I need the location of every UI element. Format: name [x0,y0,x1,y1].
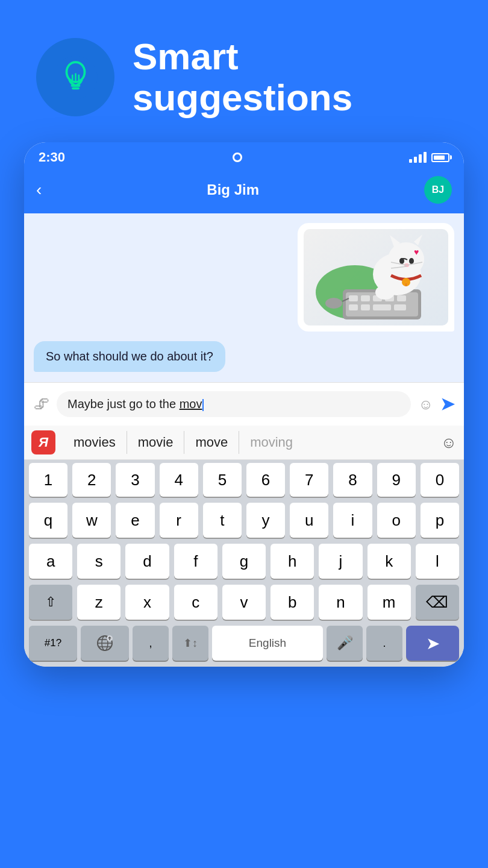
key-z[interactable]: z [77,585,120,620]
key-h[interactable]: h [271,544,314,579]
backspace-key[interactable]: ⌫ [416,585,459,620]
mic-key[interactable]: 🎤 [327,626,363,661]
key-c[interactable]: c [174,585,217,620]
svg-point-34 [375,285,395,300]
svg-rect-14 [397,295,406,301]
input-area: 🖇 Maybe just go to the mov ☺ ➤ [24,382,464,426]
key-l[interactable]: l [416,544,459,579]
qwerty-row: q w e r t y u i o p [24,500,464,541]
svg-rect-10 [349,295,358,301]
key-7[interactable]: 7 [290,463,328,497]
lightbulb-circle [36,38,114,116]
key-1[interactable]: 1 [29,463,67,497]
key-4[interactable]: 4 [160,463,198,497]
status-bar: 2:30 [24,142,464,170]
svg-rect-16 [361,304,370,310]
shift-key[interactable]: ⇧ [29,585,72,620]
status-right [409,152,449,163]
message-text: So what should we do about it? [46,350,213,363]
signal-bars-icon [409,152,427,163]
key-p[interactable]: p [421,503,459,538]
svg-rect-18 [394,304,406,310]
key-x[interactable]: x [125,585,169,620]
sticker-message: ♥ [298,223,454,332]
key-r[interactable]: r [160,503,198,538]
suggestion-movie[interactable]: movie [127,431,185,454]
key-9[interactable]: 9 [377,463,416,497]
number-row: 1 2 3 4 5 6 7 8 9 0 [24,460,464,500]
attach-icon[interactable]: 🖇 [34,395,49,414]
suggestion-movies[interactable]: movies [63,431,127,454]
suggestions-bar: Я movies movie move moving ☺ [24,426,464,460]
enter-key[interactable]: ➤ [406,626,459,661]
status-time: 2:30 [39,149,65,165]
period-key[interactable]: . [366,626,402,661]
chat-header: ‹ Big Jim BJ [24,170,464,213]
key-6[interactable]: 6 [246,463,285,497]
key-a[interactable]: a [29,544,72,579]
svg-rect-15 [349,304,358,310]
yandex-logo: Я [31,430,55,454]
key-q[interactable]: q [29,503,67,538]
header-title: Smart suggestions [133,36,352,118]
key-2[interactable]: 2 [72,463,111,497]
key-i[interactable]: i [333,503,372,538]
zxcv-row: ⇧ z x c v b n m ⌫ [24,582,464,623]
svg-marker-24 [414,234,422,245]
key-o[interactable]: o [377,503,416,538]
back-button[interactable]: ‹ [36,180,42,200]
text-input-container[interactable]: Maybe just go to the mov [57,391,411,417]
key-0[interactable]: 0 [421,463,459,497]
header-area: Smart suggestions [0,0,488,142]
key-3[interactable]: 3 [116,463,154,497]
received-message: So what should we do about it? [34,341,225,372]
key-t[interactable]: t [203,503,242,538]
svg-point-19 [325,298,342,309]
comma-key[interactable]: , [133,626,169,661]
key-e[interactable]: e [116,503,154,538]
smiley-button[interactable]: ☺ [440,433,457,452]
symbols-key[interactable]: #1? [29,626,77,661]
key-k[interactable]: k [368,544,411,579]
globe-key[interactable] [81,626,129,661]
battery-icon [431,153,449,162]
chat-body: ♥ So what should we do ab [24,213,464,382]
key-v[interactable]: v [222,585,266,620]
key-u[interactable]: u [290,503,328,538]
key-5[interactable]: 5 [203,463,242,497]
key-s[interactable]: s [77,544,120,579]
key-8[interactable]: 8 [333,463,372,497]
asdf-row: a s d f g h j k l [24,541,464,582]
svg-text:♥: ♥ [414,247,419,257]
status-dot [233,153,242,162]
space-key[interactable]: English [212,626,323,661]
key-w[interactable]: w [72,503,111,538]
key-n[interactable]: n [319,585,362,620]
key-g[interactable]: g [222,544,266,579]
chat-contact-name: Big Jim [207,181,259,198]
suggestion-moving[interactable]: moving [239,431,304,454]
key-j[interactable]: j [319,544,362,579]
key-y[interactable]: y [246,503,285,538]
keyboard-area: Я movies movie move moving ☺ 1 2 3 4 5 6… [24,426,464,667]
suggestion-move[interactable]: move [184,431,239,454]
key-b[interactable]: b [271,585,314,620]
key-f[interactable]: f [174,544,217,579]
emoji-icon[interactable]: ☺ [418,396,433,413]
text-input[interactable]: Maybe just go to the mov [67,397,400,411]
key-m[interactable]: m [368,585,411,620]
key-d[interactable]: d [125,544,169,579]
send-button[interactable]: ➤ [440,394,454,414]
avatar: BJ [424,176,452,204]
svg-rect-11 [361,295,370,301]
bottom-row: #1? , ⬆↕ English 🎤 . ➤ [24,623,464,667]
suggestions-list: movies movie move moving [63,431,440,454]
svg-point-26 [409,258,414,264]
lightbulb-icon [53,55,98,100]
sticker-image: ♥ [304,229,448,326]
svg-rect-17 [373,304,391,310]
drag-key[interactable]: ⬆↕ [172,626,208,661]
phone-mockup: 2:30 ‹ Big Jim BJ [24,142,464,667]
